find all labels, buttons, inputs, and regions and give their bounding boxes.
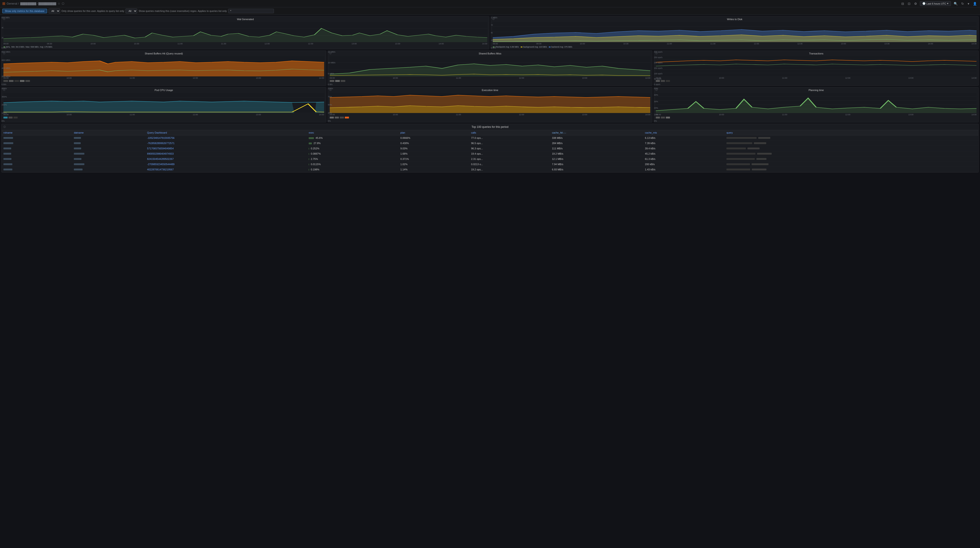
writes-legend: checkpoint Avg: 6.80 kB/s background Avg… — [493, 46, 977, 48]
wal-legend-label: WAL Min: 84.5 kB/s Max: 558 kB/s Avg: 17… — [6, 46, 52, 48]
cell-query-id[interactable]: 4022870614736219567 — [145, 167, 307, 172]
metrics-filter-select[interactable]: All — [48, 8, 60, 13]
cell-calls: 19.4 ops... — [469, 151, 550, 156]
cell-datname — [72, 141, 145, 146]
table-row: -2709859234550544489 0.0115% 1.02% 0.021… — [2, 162, 978, 167]
refresh-options-btn[interactable]: ▾ — [967, 2, 970, 6]
table-info-icon: ⓘ — [3, 125, 6, 129]
cell-query-id[interactable]: -7628582899926772571 — [145, 141, 307, 146]
cell-query-id[interactable]: 8241504544289502267 — [145, 156, 307, 162]
shared-hit-svg — [3, 56, 324, 76]
writes-disk-panel: ⓘ Writes to Disk 1 MB/s 750 kB/s 500 kB/… — [491, 16, 978, 49]
cell-exec: 27.8% — [307, 141, 399, 146]
cell-query — [725, 151, 978, 156]
shared-hit-title: Shared Buffers Hit (Query reused) — [3, 52, 324, 55]
breadcrumb: General / — [6, 2, 19, 5]
col-cache-mis[interactable]: cache_mis — [643, 130, 725, 135]
col-rolname[interactable]: rolname — [2, 130, 72, 135]
shared-hit-yaxis: 800 MB/s 600 MB/s 400 MB/s 200 MB/s 0 B/… — [2, 51, 12, 86]
time-range-picker[interactable]: 🕐 Last 6 hours UTC ▾ — [920, 1, 951, 6]
cell-exec: 0.252% — [307, 146, 399, 151]
cell-query — [725, 135, 978, 141]
table-header-row: rolname datname Query Dashboard exec pla… — [2, 130, 978, 135]
cell-calls: 2.31 ops... — [469, 156, 550, 162]
cell-rolname — [2, 156, 72, 162]
topbar-right: ⊟ ⊡ ⚙ 🕐 Last 6 hours UTC ▾ 🔍 ↻ ▾ 👤 — [900, 1, 978, 6]
snapshot-btn[interactable]: ⊡ — [907, 2, 912, 6]
cell-exec: 0.198% — [307, 167, 399, 172]
shared-miss-yaxis: 15 MB/s 10 MB/s 5 MB/s 0 B/s — [328, 51, 338, 86]
planning-time-xaxis: 09:00 10:00 11:00 12:00 13:00 14:00 — [656, 113, 977, 116]
user-btn[interactable]: 👤 — [972, 2, 978, 6]
cell-cache-mis: 7.39 kB/s — [643, 141, 725, 146]
wal-xaxis: 09:00 09:30 10:00 10:30 11:00 11:30 12:0… — [3, 43, 487, 45]
transactions-xaxis: 09:00 10:00 11:00 12:00 13:00 14:00 — [656, 77, 977, 79]
transactions-panel: ⓘ Transactions 300 ops/s 250 ops/s 200 o… — [654, 51, 978, 86]
cell-calls: 77.0 ops... — [469, 135, 550, 141]
cell-calls: 96.3 ops... — [469, 146, 550, 151]
cell-plan: 1.02% — [399, 162, 469, 167]
pod-cpu-title: Pod CPU Usage — [3, 89, 324, 91]
query-user-select[interactable]: All — [126, 8, 137, 13]
cell-calls: 96.5 ops... — [469, 141, 550, 146]
cell-datname — [72, 167, 145, 172]
cell-cache-mis: 39.4 kB/s — [643, 146, 725, 151]
refresh-btn[interactable]: ↻ — [960, 2, 965, 6]
cell-query — [725, 156, 978, 162]
pod-cpu-legend — [3, 117, 324, 121]
cell-cache-hit: 338 MB/s — [550, 135, 643, 141]
cell-cache-hit: 111 MB/s — [550, 146, 643, 151]
shared-miss-title: Shared Buffers Miss — [330, 52, 651, 55]
pod-cpu-panel: ⓘ Pod CPU Usage 400% 300% 200% 100% 0% — [2, 87, 326, 123]
pod-cpu-xaxis: 09:00 10:00 11:00 12:00 13:00 14:00 — [3, 113, 324, 116]
col-plan[interactable]: plan — [399, 130, 469, 135]
cell-query-id[interactable]: -1052348147915935756 — [145, 135, 307, 141]
col-calls[interactable]: calls — [469, 130, 550, 135]
star-icon[interactable]: ☆ — [57, 2, 60, 5]
zoom-out-btn[interactable]: 🔍 — [953, 2, 959, 6]
regex-filter-input[interactable] — [228, 9, 274, 13]
table-row: -7628582899926772571 27.8% 0.430% 96.5 o… — [2, 141, 978, 146]
cell-exec: 0.0115% — [307, 162, 399, 167]
topbar: ⊞ General / █████████ / ██████████ ☆ ⬡ ⊟… — [0, 0, 980, 7]
cell-exec: 0.0887% — [307, 151, 399, 156]
settings-btn[interactable]: ⚙ — [913, 2, 918, 6]
shared-hit-xaxis: 09:00 10:00 11:00 12:00 13:00 14:00 — [3, 77, 324, 79]
execution-time-legend — [330, 117, 651, 121]
wal-chart-svg — [3, 21, 487, 42]
col-cache-hit[interactable]: cache_hit ↓↓ — [550, 130, 643, 135]
transactions-title: Transactions — [656, 52, 977, 55]
cell-rolname — [2, 135, 72, 141]
table-title: Top 100 queries for this period — [471, 125, 508, 129]
cell-query — [725, 162, 978, 167]
table-row: -1052348147915935756 45.6% 0.0666% 77.0 … — [2, 135, 978, 141]
cell-query-id[interactable]: 8900502986404974933 — [145, 151, 307, 156]
col-query-dashboard[interactable]: Query Dashboard — [145, 130, 307, 135]
cell-exec: 2.75% — [307, 156, 399, 162]
cell-query-id[interactable]: 5717065756594049854 — [145, 146, 307, 151]
table-title-wrap: ⓘ Top 100 queries for this period — [2, 124, 978, 130]
svg-marker-17 — [3, 61, 324, 76]
col-datname[interactable]: datname — [72, 130, 145, 135]
execution-time-xaxis: 09:00 10:00 11:00 12:00 13:00 14:00 — [330, 113, 651, 116]
transactions-legend — [656, 80, 977, 84]
charts-row-2: ⓘ Shared Buffers Hit (Query reused) 800 … — [2, 51, 978, 86]
cell-cache-hit: 6.93 MB/s — [550, 167, 643, 172]
table-row: 8900502986404974933 0.0887% 1.68% 19.4 o… — [2, 151, 978, 156]
cell-query-id[interactable]: -2709859234550544489 — [145, 162, 307, 167]
planning-time-yaxis: 50% 40% 30% 20% 10% 0% — [654, 88, 664, 122]
svg-marker-35 — [3, 101, 324, 113]
cell-rolname — [2, 151, 72, 156]
cell-rolname — [2, 141, 72, 146]
share-icon[interactable]: ⬡ — [62, 2, 64, 5]
execution-time-panel: ⓘ Execution time 100% 75% 50% 25% 0% — [328, 87, 652, 123]
cell-datname — [72, 146, 145, 151]
regex-filter-label: Show queries matching this (case insensi… — [138, 10, 227, 12]
col-query[interactable]: query — [725, 130, 978, 135]
dashboard-list-btn[interactable]: ⊟ — [900, 2, 905, 6]
cell-cache-hit: 284 MB/s — [550, 141, 643, 146]
col-exec[interactable]: exec — [307, 130, 399, 135]
show-metrics-filter-btn[interactable]: Show only metrics for this database — [2, 9, 47, 13]
svg-marker-22 — [330, 64, 651, 76]
shared-miss-svg — [330, 56, 651, 76]
